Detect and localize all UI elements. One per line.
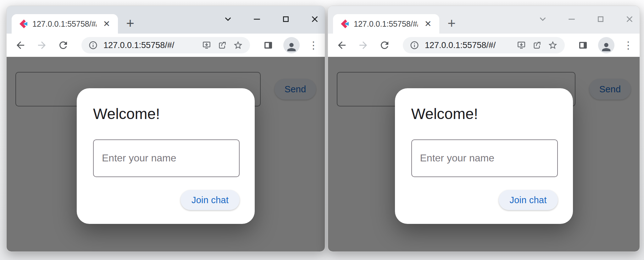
address-bar[interactable]: 127.0.0.1:55758/#/ xyxy=(403,37,565,53)
browser-toolbar: 127.0.0.1:55758/#/ xyxy=(7,34,325,57)
join-chat-button[interactable]: Join chat xyxy=(499,190,558,210)
site-info-icon[interactable] xyxy=(88,41,98,50)
page-content: Send Welcome! Join chat xyxy=(328,57,640,252)
name-input[interactable] xyxy=(93,139,240,177)
join-chat-button[interactable]: Join chat xyxy=(180,190,240,210)
site-favicon-icon xyxy=(18,19,28,29)
window-minimize-button[interactable] xyxy=(567,14,577,24)
share-icon[interactable] xyxy=(217,40,227,50)
new-tab-button[interactable]: + xyxy=(444,16,459,30)
share-icon[interactable] xyxy=(532,40,542,50)
browser-menu-icon[interactable]: ⋮ xyxy=(308,40,317,50)
tab-title: 127.0.0.1:55758/#/ xyxy=(354,19,418,29)
welcome-dialog: Welcome! Join chat xyxy=(77,88,255,224)
window-maximize-button[interactable] xyxy=(281,14,291,24)
desktop: { "icons": { "tab_close": "✕", "new_tab"… xyxy=(0,0,644,260)
new-tab-button[interactable]: + xyxy=(123,16,137,30)
reload-button[interactable] xyxy=(57,39,69,51)
side-panel-icon[interactable] xyxy=(577,39,589,51)
side-panel-icon[interactable] xyxy=(262,39,275,51)
name-input[interactable] xyxy=(411,139,558,177)
browser-window-left: 127.0.0.1:55758/#/ ✕ + xyxy=(6,6,325,252)
bookmark-star-icon[interactable] xyxy=(233,40,243,50)
window-minimize-button[interactable] xyxy=(252,14,262,24)
forward-button[interactable] xyxy=(36,39,48,51)
dialog-title: Welcome! xyxy=(411,106,558,122)
profile-avatar[interactable] xyxy=(283,37,300,53)
browser-tab[interactable]: 127.0.0.1:55758/#/ ✕ xyxy=(333,14,439,34)
install-app-icon[interactable] xyxy=(202,40,212,50)
back-button[interactable] xyxy=(336,39,348,51)
reload-button[interactable] xyxy=(378,39,391,51)
window-maximize-button[interactable] xyxy=(596,14,606,24)
tab-close-icon[interactable]: ✕ xyxy=(101,18,112,30)
url-text: 127.0.0.1:55758/#/ xyxy=(103,41,196,50)
site-info-icon[interactable] xyxy=(410,41,419,50)
window-titlebar[interactable]: 127.0.0.1:55758/#/ ✕ + xyxy=(7,6,325,34)
welcome-dialog: Welcome! Join chat xyxy=(395,88,573,224)
address-bar[interactable]: 127.0.0.1:55758/#/ xyxy=(81,37,250,53)
install-app-icon[interactable] xyxy=(516,40,526,50)
tab-search-chevron-icon[interactable] xyxy=(538,14,548,24)
tab-close-icon[interactable]: ✕ xyxy=(422,18,434,30)
profile-avatar[interactable] xyxy=(598,37,614,53)
forward-button[interactable] xyxy=(357,39,369,51)
browser-toolbar: 127.0.0.1:55758/#/ xyxy=(328,34,640,57)
site-favicon-icon xyxy=(339,19,349,29)
tab-title: 127.0.0.1:55758/#/ xyxy=(32,19,97,29)
window-close-button[interactable] xyxy=(625,14,635,24)
page-content: Send Welcome! Join chat xyxy=(7,57,325,252)
browser-menu-icon[interactable]: ⋮ xyxy=(623,40,632,50)
dialog-title: Welcome! xyxy=(93,106,240,122)
tab-search-chevron-icon[interactable] xyxy=(223,14,233,24)
url-text: 127.0.0.1:55758/#/ xyxy=(425,41,511,50)
bookmark-star-icon[interactable] xyxy=(548,40,558,50)
window-close-button[interactable] xyxy=(310,14,320,24)
window-titlebar[interactable]: 127.0.0.1:55758/#/ ✕ + xyxy=(328,6,640,34)
browser-tab[interactable]: 127.0.0.1:55758/#/ ✕ xyxy=(12,14,118,34)
browser-window-right: 127.0.0.1:55758/#/ ✕ + xyxy=(328,6,640,252)
back-button[interactable] xyxy=(14,39,27,51)
